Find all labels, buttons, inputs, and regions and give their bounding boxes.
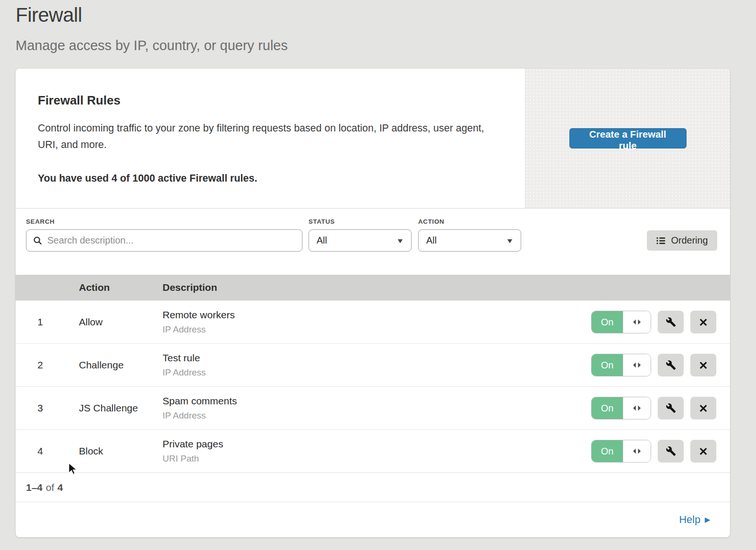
search-filter: SEARCH (26, 218, 302, 275)
description-cell: Remote workers IP Address (163, 309, 577, 335)
x-icon (699, 318, 707, 326)
create-firewall-rule-button[interactable]: Create a Firewall rule (569, 128, 687, 148)
table-row: 2 Challenge Test rule IP Address On (16, 343, 730, 386)
firewall-page: Firewall Manage access by IP, country, o… (0, 0, 756, 537)
filters-bar: SEARCH STATUS All ▼ ACTION (16, 208, 730, 275)
description-title: Private pages (163, 438, 577, 450)
edit-rule-button[interactable] (658, 440, 684, 463)
card-footer: Help ▶ (16, 502, 730, 537)
ordering-list-icon (656, 236, 666, 245)
rule-toggle[interactable]: On (591, 440, 651, 463)
page-title: Firewall (16, 4, 730, 26)
action-select[interactable]: All ▼ (418, 229, 521, 252)
pagination-range: 1–4 (26, 482, 43, 493)
row-controls: On (577, 397, 730, 419)
rule-toggle[interactable]: On (591, 311, 651, 333)
wrench-icon (666, 403, 676, 413)
table-header: Action Description (16, 275, 730, 300)
row-controls: On (577, 311, 730, 333)
table-row: 3 JS Challenge Spam comments IP Address … (16, 386, 730, 429)
wrench-icon (666, 317, 676, 327)
search-input[interactable] (26, 230, 302, 251)
action-cell: Block (79, 445, 163, 457)
ordering-label: Ordering (671, 235, 708, 246)
toggle-on-button[interactable]: On (592, 354, 623, 376)
pagination-total: 4 (58, 482, 63, 493)
firewall-rules-card: Firewall Rules Control incoming traffic … (16, 69, 730, 537)
delete-rule-button[interactable] (690, 354, 716, 376)
create-rule-panel: Create a Firewall rule (525, 69, 730, 208)
wrench-icon (666, 446, 676, 456)
left-right-arrows-icon (632, 448, 642, 454)
help-link[interactable]: Help ▶ (679, 514, 710, 526)
chevron-down-icon: ▼ (396, 237, 404, 244)
status-selected-value: All (317, 235, 327, 246)
table-row: 4 Block Private pages URI Path On (16, 429, 730, 472)
description-title: Test rule (163, 352, 577, 364)
edit-rule-button[interactable] (658, 311, 684, 333)
card-heading: Firewall Rules (38, 93, 497, 108)
row-controls: On (577, 440, 730, 463)
help-arrow-icon: ▶ (704, 515, 710, 524)
action-selected-value: All (426, 235, 437, 246)
search-icon (33, 236, 43, 245)
description-match-type: URI Path (163, 454, 577, 464)
table-header-description: Description (163, 282, 577, 293)
table-row: 1 Allow Remote workers IP Address On (16, 300, 730, 343)
toggle-arrows-button[interactable] (623, 440, 651, 462)
description-match-type: IP Address (163, 367, 577, 378)
ordering-button[interactable]: Ordering (647, 230, 717, 251)
priority-cell: 3 (16, 402, 79, 414)
priority-cell: 4 (16, 445, 79, 457)
rule-toggle[interactable]: On (591, 354, 651, 376)
edit-rule-button[interactable] (658, 397, 684, 419)
search-label: SEARCH (26, 218, 302, 225)
action-cell: Allow (79, 316, 163, 328)
toggle-arrows-button[interactable] (623, 397, 651, 419)
left-right-arrows-icon (632, 362, 642, 368)
description-match-type: IP Address (163, 410, 577, 421)
delete-rule-button[interactable] (690, 397, 716, 419)
delete-rule-button[interactable] (690, 440, 716, 463)
toggle-on-button[interactable]: On (592, 311, 623, 333)
search-input-wrap (26, 229, 302, 252)
rules-summary-text: Firewall Rules Control incoming traffic … (16, 69, 525, 208)
status-select[interactable]: All ▼ (309, 229, 412, 252)
x-icon (699, 447, 707, 455)
toggle-on-button[interactable]: On (592, 397, 623, 419)
description-match-type: IP Address (163, 324, 577, 335)
chevron-down-icon: ▼ (506, 237, 514, 244)
edit-rule-button[interactable] (658, 354, 684, 376)
action-cell: Challenge (79, 359, 163, 371)
description-cell: Test rule IP Address (163, 352, 577, 378)
left-right-arrows-icon (632, 319, 642, 325)
status-filter: STATUS All ▼ (309, 218, 412, 275)
description-title: Spam comments (163, 395, 577, 407)
toggle-arrows-button[interactable] (623, 354, 651, 376)
x-icon (699, 361, 707, 369)
table-header-action: Action (79, 282, 163, 293)
x-icon (699, 404, 707, 412)
pagination-summary: 1–4 of 4 (16, 472, 730, 502)
help-label: Help (679, 514, 700, 526)
description-cell: Private pages URI Path (163, 438, 577, 464)
delete-rule-button[interactable] (690, 311, 716, 333)
toggle-on-button[interactable]: On (592, 440, 623, 462)
description-cell: Spam comments IP Address (163, 395, 577, 421)
wrench-icon (666, 360, 676, 370)
rules-summary-section: Firewall Rules Control incoming traffic … (16, 69, 730, 208)
action-filter: ACTION All ▼ (418, 218, 521, 275)
priority-cell: 2 (16, 359, 79, 371)
card-description: Control incoming traffic to your zone by… (38, 120, 484, 154)
toggle-arrows-button[interactable] (623, 311, 651, 333)
page-subtitle: Manage access by IP, country, or query r… (16, 38, 730, 53)
action-label: ACTION (418, 218, 521, 225)
rule-toggle[interactable]: On (591, 397, 651, 419)
priority-cell: 1 (16, 316, 79, 328)
usage-text: You have used 4 of 1000 active Firewall … (38, 173, 497, 184)
action-cell: JS Challenge (79, 402, 163, 414)
description-title: Remote workers (163, 309, 577, 321)
left-right-arrows-icon (632, 405, 642, 411)
status-label: STATUS (309, 218, 412, 225)
pagination-of-label: of (46, 482, 54, 493)
